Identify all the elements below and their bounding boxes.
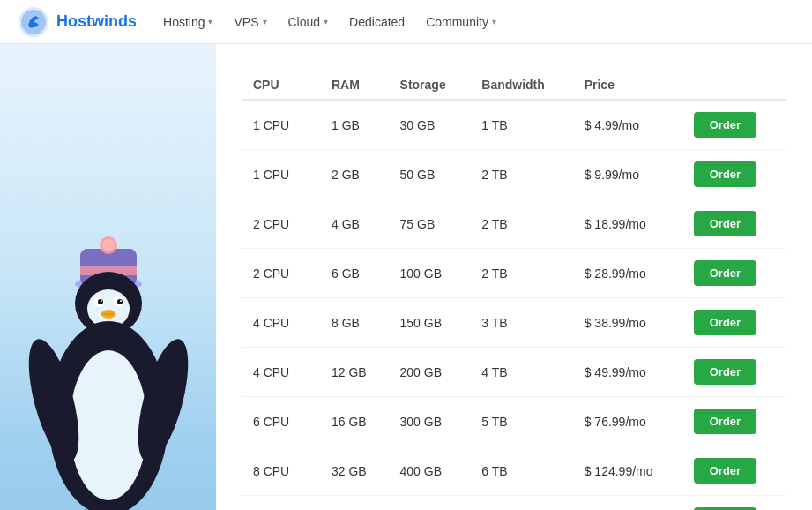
cell-order: Order [683, 348, 786, 397]
table-row: 2 CPU 4 GB 75 GB 2 TB $ 18.99/mo Order [242, 199, 786, 249]
cell-bandwidth: 1 TB [471, 100, 573, 150]
cell-bandwidth: 4 TB [471, 348, 573, 397]
hostwinds-logo-icon [18, 6, 49, 38]
cell-cpu: 2 CPU [242, 199, 321, 249]
pricing-table: CPU RAM Storage Bandwidth Price 1 CPU 1 … [242, 71, 786, 510]
penguin-illustration [20, 206, 197, 510]
svg-point-10 [98, 299, 103, 304]
cell-price: $ 38.99/mo [574, 298, 683, 348]
order-button[interactable]: Order [694, 359, 756, 385]
cell-cpu: 4 CPU [242, 348, 321, 397]
cell-cpu: 12 CPU [242, 496, 321, 511]
nav-item-dedicated[interactable]: Dedicated [349, 15, 405, 29]
nav-links: Hosting ▾ VPS ▾ Cloud ▾ Dedicated Commun… [163, 15, 496, 29]
nav-item-cloud[interactable]: Cloud ▾ [288, 15, 329, 29]
cell-price: $ 214.99/mo [574, 496, 683, 511]
svg-point-11 [117, 299, 123, 304]
cell-bandwidth: 2 TB [471, 150, 573, 199]
cell-order: Order [683, 397, 786, 446]
cell-price: $ 76.99/mo [574, 397, 683, 446]
cell-ram: 2 GB [321, 150, 390, 199]
cell-ram: 1 GB [321, 100, 390, 150]
cell-bandwidth: 8 TB [471, 496, 573, 511]
cell-price: $ 28.99/mo [574, 249, 683, 298]
cell-order: Order [683, 496, 786, 511]
order-button[interactable]: Order [694, 458, 756, 484]
col-header-ram: RAM [321, 71, 390, 100]
order-button[interactable]: Order [694, 112, 756, 138]
col-header-price: Price [574, 71, 683, 100]
cell-bandwidth: 2 TB [471, 249, 573, 298]
cell-storage: 100 GB [390, 249, 472, 298]
chevron-down-icon: ▾ [208, 17, 212, 26]
cell-price: $ 4.99/mo [574, 100, 683, 150]
order-button[interactable]: Order [694, 161, 756, 187]
svg-point-17 [70, 350, 147, 500]
navbar: Hostwinds Hosting ▾ VPS ▾ Cloud ▾ Dedica… [0, 0, 812, 44]
cell-order: Order [683, 199, 786, 249]
nav-item-hosting[interactable]: Hosting ▾ [163, 15, 212, 29]
cell-price: $ 18.99/mo [574, 199, 683, 249]
cell-bandwidth: 6 TB [471, 446, 573, 496]
table-row: 4 CPU 12 GB 200 GB 4 TB $ 49.99/mo Order [242, 348, 786, 397]
cell-cpu: 4 CPU [242, 298, 321, 348]
logo-text: Hostwinds [56, 12, 137, 31]
cell-storage: 50 GB [390, 150, 472, 199]
table-area: CPU RAM Storage Bandwidth Price 1 CPU 1 … [216, 44, 812, 510]
table-row: 1 CPU 1 GB 30 GB 1 TB $ 4.99/mo Order [242, 100, 786, 150]
chevron-down-icon: ▾ [324, 17, 328, 26]
table-row: 6 CPU 16 GB 300 GB 5 TB $ 76.99/mo Order [242, 397, 786, 446]
main-content: CPU RAM Storage Bandwidth Price 1 CPU 1 … [0, 44, 812, 510]
svg-point-13 [120, 300, 122, 302]
cell-order: Order [683, 150, 786, 199]
table-row: 4 CPU 8 GB 150 GB 3 TB $ 38.99/mo Order [242, 298, 786, 348]
order-button[interactable]: Order [694, 211, 756, 236]
col-header-bandwidth: Bandwidth [471, 71, 573, 100]
cell-ram: 32 GB [321, 446, 390, 496]
cell-cpu: 2 CPU [242, 249, 321, 298]
cell-cpu: 1 CPU [242, 150, 321, 199]
cell-ram: 16 GB [321, 397, 390, 446]
table-row: 8 CPU 32 GB 400 GB 6 TB $ 124.99/mo Orde… [242, 446, 786, 496]
cell-ram: 8 GB [321, 298, 390, 348]
table-row: 1 CPU 2 GB 50 GB 2 TB $ 9.99/mo Order [242, 150, 786, 199]
table-row: 2 CPU 6 GB 100 GB 2 TB $ 28.99/mo Order [242, 249, 786, 298]
cell-price: $ 124.99/mo [574, 446, 683, 496]
cell-ram: 12 GB [321, 348, 390, 397]
order-button[interactable]: Order [694, 310, 756, 335]
cell-cpu: 1 CPU [242, 100, 321, 150]
chevron-down-icon: ▾ [263, 17, 267, 26]
order-button[interactable]: Order [694, 260, 756, 286]
order-button[interactable]: Order [694, 409, 756, 434]
cell-cpu: 6 CPU [242, 397, 321, 446]
cell-storage: 400 GB [390, 446, 472, 496]
logo[interactable]: Hostwinds [18, 6, 137, 38]
col-header-storage: Storage [390, 71, 472, 100]
svg-point-5 [102, 239, 115, 251]
cell-storage: 500 GB [390, 496, 472, 511]
cell-storage: 150 GB [390, 298, 472, 348]
col-header-action [683, 71, 786, 100]
cell-order: Order [683, 100, 786, 150]
chevron-down-icon: ▾ [492, 17, 496, 26]
cell-cpu: 8 CPU [242, 446, 321, 496]
cell-price: $ 9.99/mo [574, 150, 683, 199]
table-row: 12 CPU 64 GB 500 GB 8 TB $ 214.99/mo Ord… [242, 496, 786, 511]
cell-order: Order [683, 249, 786, 298]
sidebar [0, 44, 216, 510]
nav-item-community[interactable]: Community ▾ [426, 15, 496, 29]
svg-point-12 [101, 300, 102, 302]
cell-storage: 200 GB [390, 348, 472, 397]
cell-storage: 300 GB [390, 397, 472, 446]
cell-price: $ 49.99/mo [574, 348, 683, 397]
cell-storage: 75 GB [390, 199, 472, 249]
cell-bandwidth: 3 TB [471, 298, 573, 348]
cell-bandwidth: 2 TB [471, 199, 573, 249]
cell-ram: 6 GB [321, 249, 390, 298]
nav-item-vps[interactable]: VPS ▾ [234, 15, 266, 29]
cell-order: Order [683, 446, 786, 496]
cell-order: Order [683, 298, 786, 348]
cell-bandwidth: 5 TB [471, 397, 573, 446]
cell-storage: 30 GB [390, 100, 472, 150]
cell-ram: 4 GB [321, 199, 390, 249]
